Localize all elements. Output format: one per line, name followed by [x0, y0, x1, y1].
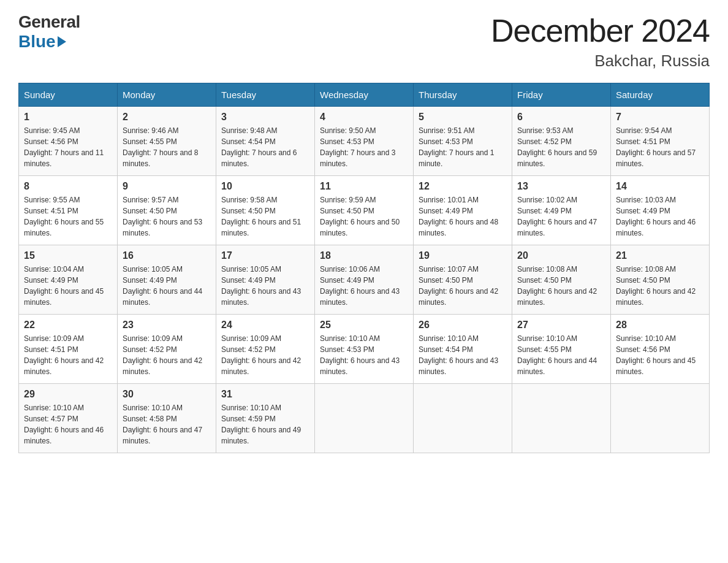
header-cell-tuesday: Tuesday	[216, 83, 315, 107]
day-number: 2	[123, 112, 211, 123]
calendar-cell: 7 Sunrise: 9:54 AM Sunset: 4:51 PM Dayli…	[611, 107, 710, 176]
day-number: 10	[221, 181, 309, 192]
calendar-cell: 26 Sunrise: 10:10 AM Sunset: 4:54 PM Day…	[414, 315, 512, 384]
calendar-table: SundayMondayTuesdayWednesdayThursdayFrid…	[18, 83, 710, 453]
day-number: 31	[221, 389, 309, 400]
day-info: Sunrise: 10:09 AM Sunset: 4:52 PM Daylig…	[221, 333, 309, 377]
day-info: Sunrise: 9:51 AM Sunset: 4:53 PM Dayligh…	[419, 125, 507, 169]
day-number: 23	[123, 320, 211, 331]
calendar-cell: 3 Sunrise: 9:48 AM Sunset: 4:54 PM Dayli…	[216, 107, 315, 176]
calendar-cell: 25 Sunrise: 10:10 AM Sunset: 4:53 PM Day…	[315, 315, 414, 384]
calendar-cell: 11 Sunrise: 9:59 AM Sunset: 4:50 PM Dayl…	[315, 176, 414, 245]
day-info: Sunrise: 9:46 AM Sunset: 4:55 PM Dayligh…	[123, 125, 211, 169]
calendar-cell: 19 Sunrise: 10:07 AM Sunset: 4:50 PM Day…	[414, 245, 512, 315]
calendar-cell	[315, 384, 414, 453]
day-number: 21	[616, 250, 704, 261]
logo-general-text: General	[18, 12, 80, 32]
day-number: 22	[24, 320, 112, 331]
day-number: 13	[517, 181, 605, 192]
calendar-cell: 29 Sunrise: 10:10 AM Sunset: 4:57 PM Day…	[19, 384, 118, 453]
location-title: Bakchar, Russia	[491, 52, 710, 71]
calendar-cell: 6 Sunrise: 9:53 AM Sunset: 4:52 PM Dayli…	[512, 107, 611, 176]
day-info: Sunrise: 9:58 AM Sunset: 4:50 PM Dayligh…	[221, 194, 309, 239]
calendar-cell: 5 Sunrise: 9:51 AM Sunset: 4:53 PM Dayli…	[414, 107, 512, 176]
day-number: 16	[123, 250, 211, 261]
calendar-cell: 13 Sunrise: 10:02 AM Sunset: 4:49 PM Day…	[512, 176, 611, 245]
header-cell-saturday: Saturday	[611, 83, 710, 107]
calendar-cell: 18 Sunrise: 10:06 AM Sunset: 4:49 PM Day…	[315, 245, 414, 315]
day-info: Sunrise: 10:06 AM Sunset: 4:49 PM Daylig…	[320, 264, 408, 308]
day-number: 25	[320, 320, 408, 331]
day-info: Sunrise: 10:10 AM Sunset: 4:58 PM Daylig…	[123, 402, 211, 446]
logo: General Blue	[18, 12, 80, 52]
day-info: Sunrise: 10:09 AM Sunset: 4:51 PM Daylig…	[24, 333, 112, 377]
day-number: 8	[24, 181, 112, 192]
calendar-cell: 12 Sunrise: 10:01 AM Sunset: 4:49 PM Day…	[414, 176, 512, 245]
day-info: Sunrise: 10:10 AM Sunset: 4:57 PM Daylig…	[24, 402, 112, 446]
calendar-cell	[512, 384, 611, 453]
day-number: 6	[517, 112, 605, 123]
day-number: 1	[24, 112, 112, 123]
day-info: Sunrise: 10:02 AM Sunset: 4:49 PM Daylig…	[517, 194, 605, 239]
header-cell-sunday: Sunday	[19, 83, 118, 107]
calendar-cell: 4 Sunrise: 9:50 AM Sunset: 4:53 PM Dayli…	[315, 107, 414, 176]
day-number: 20	[517, 250, 605, 261]
calendar-cell: 22 Sunrise: 10:09 AM Sunset: 4:51 PM Day…	[19, 315, 118, 384]
day-number: 4	[320, 112, 408, 123]
calendar-header: SundayMondayTuesdayWednesdayThursdayFrid…	[19, 83, 710, 107]
calendar-week-1: 1 Sunrise: 9:45 AM Sunset: 4:56 PM Dayli…	[19, 107, 710, 176]
header-cell-friday: Friday	[512, 83, 611, 107]
day-info: Sunrise: 9:59 AM Sunset: 4:50 PM Dayligh…	[320, 194, 408, 239]
calendar-week-3: 15 Sunrise: 10:04 AM Sunset: 4:49 PM Day…	[19, 245, 710, 315]
day-info: Sunrise: 10:10 AM Sunset: 4:56 PM Daylig…	[616, 333, 704, 377]
calendar-cell: 10 Sunrise: 9:58 AM Sunset: 4:50 PM Dayl…	[216, 176, 315, 245]
day-number: 14	[616, 181, 704, 192]
day-number: 12	[419, 181, 507, 192]
calendar-cell: 27 Sunrise: 10:10 AM Sunset: 4:55 PM Day…	[512, 315, 611, 384]
calendar-cell: 16 Sunrise: 10:05 AM Sunset: 4:49 PM Day…	[118, 245, 216, 315]
calendar-cell: 30 Sunrise: 10:10 AM Sunset: 4:58 PM Day…	[118, 384, 216, 453]
day-number: 3	[221, 112, 309, 123]
calendar-cell: 2 Sunrise: 9:46 AM Sunset: 4:55 PM Dayli…	[118, 107, 216, 176]
header-row: SundayMondayTuesdayWednesdayThursdayFrid…	[19, 83, 710, 107]
calendar-cell	[414, 384, 512, 453]
day-info: Sunrise: 10:10 AM Sunset: 4:55 PM Daylig…	[517, 333, 605, 377]
logo-arrow-icon	[58, 36, 66, 47]
day-info: Sunrise: 9:45 AM Sunset: 4:56 PM Dayligh…	[24, 125, 112, 169]
calendar-cell: 20 Sunrise: 10:08 AM Sunset: 4:50 PM Day…	[512, 245, 611, 315]
calendar-week-4: 22 Sunrise: 10:09 AM Sunset: 4:51 PM Day…	[19, 315, 710, 384]
day-info: Sunrise: 10:09 AM Sunset: 4:52 PM Daylig…	[123, 333, 211, 377]
calendar-cell: 15 Sunrise: 10:04 AM Sunset: 4:49 PM Day…	[19, 245, 118, 315]
day-number: 27	[517, 320, 605, 331]
calendar-cell: 28 Sunrise: 10:10 AM Sunset: 4:56 PM Day…	[611, 315, 710, 384]
calendar-cell	[611, 384, 710, 453]
calendar-cell: 8 Sunrise: 9:55 AM Sunset: 4:51 PM Dayli…	[19, 176, 118, 245]
calendar-cell: 17 Sunrise: 10:05 AM Sunset: 4:49 PM Day…	[216, 245, 315, 315]
page-header: General Blue December 2024 Bakchar, Russ…	[18, 12, 710, 71]
day-number: 29	[24, 389, 112, 400]
day-info: Sunrise: 10:07 AM Sunset: 4:50 PM Daylig…	[419, 264, 507, 308]
day-info: Sunrise: 10:04 AM Sunset: 4:49 PM Daylig…	[24, 264, 112, 308]
calendar-cell: 21 Sunrise: 10:08 AM Sunset: 4:50 PM Day…	[611, 245, 710, 315]
day-number: 7	[616, 112, 704, 123]
day-info: Sunrise: 10:10 AM Sunset: 4:53 PM Daylig…	[320, 333, 408, 377]
day-number: 28	[616, 320, 704, 331]
day-number: 26	[419, 320, 507, 331]
day-number: 5	[419, 112, 507, 123]
month-title: December 2024	[491, 12, 710, 49]
day-number: 15	[24, 250, 112, 261]
day-info: Sunrise: 10:10 AM Sunset: 4:54 PM Daylig…	[419, 333, 507, 377]
day-info: Sunrise: 10:10 AM Sunset: 4:59 PM Daylig…	[221, 402, 309, 446]
calendar-week-5: 29 Sunrise: 10:10 AM Sunset: 4:57 PM Day…	[19, 384, 710, 453]
day-number: 17	[221, 250, 309, 261]
day-info: Sunrise: 10:01 AM Sunset: 4:49 PM Daylig…	[419, 194, 507, 239]
day-info: Sunrise: 9:50 AM Sunset: 4:53 PM Dayligh…	[320, 125, 408, 169]
day-info: Sunrise: 10:05 AM Sunset: 4:49 PM Daylig…	[123, 264, 211, 308]
calendar-body: 1 Sunrise: 9:45 AM Sunset: 4:56 PM Dayli…	[19, 107, 710, 453]
day-number: 24	[221, 320, 309, 331]
day-info: Sunrise: 10:08 AM Sunset: 4:50 PM Daylig…	[517, 264, 605, 308]
day-number: 30	[123, 389, 211, 400]
calendar-cell: 23 Sunrise: 10:09 AM Sunset: 4:52 PM Day…	[118, 315, 216, 384]
day-info: Sunrise: 9:57 AM Sunset: 4:50 PM Dayligh…	[123, 194, 211, 239]
calendar-cell: 24 Sunrise: 10:09 AM Sunset: 4:52 PM Day…	[216, 315, 315, 384]
